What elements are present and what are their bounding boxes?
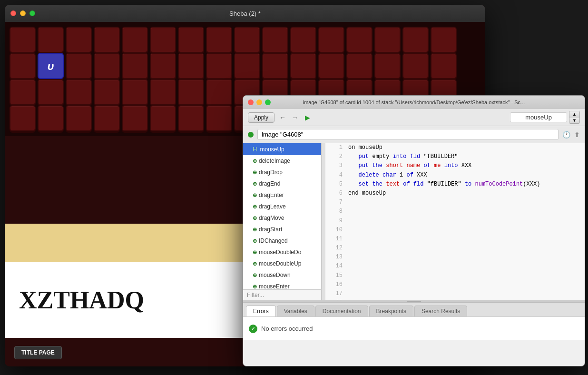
tile[interactable] <box>374 27 401 53</box>
editor-minimize-button[interactable] <box>256 99 262 105</box>
undo-icon[interactable]: ← <box>278 113 287 122</box>
tab-documentation[interactable]: Documentation <box>315 306 368 316</box>
tile[interactable] <box>10 105 36 131</box>
history-icon[interactable]: 🕐 <box>562 131 570 138</box>
tile[interactable] <box>150 27 176 53</box>
tile[interactable] <box>10 27 36 53</box>
title-page-button[interactable]: TITLE PAGE <box>14 346 62 359</box>
apply-button[interactable]: Apply <box>248 112 274 123</box>
tile[interactable] <box>374 53 401 79</box>
tab-errors[interactable]: Errors <box>246 306 276 316</box>
run-icon[interactable]: ▶ <box>303 113 312 122</box>
editor-maximize-button[interactable] <box>265 99 271 105</box>
event-list-scrollbar[interactable] <box>322 143 325 300</box>
event-item-deleteimage[interactable]: ⊕ deleteImage <box>243 155 321 167</box>
tile[interactable] <box>431 27 457 53</box>
tile[interactable] <box>10 79 36 105</box>
tile[interactable] <box>431 53 457 79</box>
tile[interactable] <box>318 53 344 79</box>
tile[interactable] <box>206 27 232 53</box>
event-item-idchanged[interactable]: ⊕ IDChanged <box>243 235 321 247</box>
tile[interactable] <box>10 53 36 79</box>
event-item-mousedoubledo[interactable]: ⊕ mouseDoubleDo <box>243 247 321 258</box>
code-line-12: 12 <box>325 244 585 253</box>
code-line-6: 6 end mouseUp <box>325 189 585 198</box>
tile[interactable] <box>150 53 176 79</box>
code-line-3: 3 put the short name of me into XXX <box>325 161 585 170</box>
tile[interactable] <box>38 27 64 53</box>
plus-icon: ⊕ <box>253 158 257 164</box>
tile-row-1 <box>10 27 480 53</box>
object-name-field[interactable] <box>257 129 559 140</box>
tab-variables[interactable]: Variables <box>277 306 314 316</box>
code-line-2: 2 put empty into fld "fBUILDER" <box>325 152 585 161</box>
active-tile[interactable]: υ <box>38 53 64 79</box>
editor-close-button[interactable] <box>248 99 254 105</box>
plus-icon: ⊕ <box>253 215 257 221</box>
tile[interactable] <box>318 27 344 53</box>
tile[interactable] <box>66 53 92 79</box>
tile[interactable] <box>150 79 176 105</box>
tile[interactable] <box>262 27 288 53</box>
event-item-mousedown[interactable]: ⊕ mouseDown <box>243 269 321 281</box>
tile[interactable] <box>122 105 148 131</box>
tile[interactable] <box>206 53 232 79</box>
tile[interactable] <box>122 53 148 79</box>
plus-icon: ⊕ <box>253 181 257 187</box>
event-item-dragend[interactable]: ⊕ dragEnd <box>243 178 321 189</box>
scroll-up-icon[interactable]: ⬆ <box>574 131 580 138</box>
event-item-dragleave[interactable]: ⊕ dragLeave <box>243 201 321 212</box>
editor-title: image "G4608" of card id 1004 of stack "… <box>303 99 525 105</box>
handler-stepper[interactable]: ▲ ▼ <box>569 111 580 124</box>
tile[interactable] <box>38 105 64 131</box>
event-item-dragdrop[interactable]: ⊕ dragDrop <box>243 167 321 178</box>
tile[interactable] <box>290 27 316 53</box>
event-item-mousedoubleup[interactable]: ⊕ mouseDoubleUp <box>243 258 321 269</box>
tile[interactable] <box>262 53 288 79</box>
event-item-mouseup[interactable]: H mouseUp <box>243 143 321 155</box>
tile[interactable] <box>402 27 429 53</box>
tile[interactable] <box>206 105 232 131</box>
tile[interactable] <box>122 27 148 53</box>
tile[interactable] <box>66 27 92 53</box>
tile[interactable] <box>94 79 120 105</box>
plus-icon: ⊕ <box>253 204 257 210</box>
tile[interactable] <box>94 27 120 53</box>
tile[interactable] <box>346 27 372 53</box>
plus-icon: ⊕ <box>253 249 257 256</box>
redo-icon[interactable]: → <box>291 113 299 122</box>
tab-breakpoints[interactable]: Breakpoints <box>369 306 413 316</box>
tile[interactable] <box>94 105 120 131</box>
handler-indicator: H <box>253 146 257 153</box>
tile[interactable] <box>150 105 176 131</box>
tile[interactable] <box>178 105 204 131</box>
tile[interactable] <box>402 53 429 79</box>
tile[interactable] <box>346 53 372 79</box>
minimize-button[interactable] <box>20 10 26 16</box>
tile[interactable] <box>38 79 64 105</box>
separator-handle[interactable] <box>407 301 421 302</box>
tile[interactable] <box>234 27 260 53</box>
tile[interactable] <box>178 53 204 79</box>
tile-row-2: υ <box>10 53 480 79</box>
filter-box: Filter... <box>243 289 321 300</box>
event-item-dragstart[interactable]: ⊕ dragStart <box>243 224 321 235</box>
tile[interactable] <box>66 105 92 131</box>
status-icon: ✓ <box>249 325 257 333</box>
tile[interactable] <box>290 53 316 79</box>
tile[interactable] <box>178 79 204 105</box>
tile[interactable] <box>234 53 260 79</box>
tile[interactable] <box>66 79 92 105</box>
code-editor[interactable]: 1 on mouseUp 2 put empty into fld "fBUIL… <box>325 143 585 300</box>
stepper-down[interactable]: ▼ <box>569 118 579 123</box>
tab-search-results[interactable]: Search Results <box>414 306 467 316</box>
stepper-up[interactable]: ▲ <box>569 111 579 118</box>
maximize-button[interactable] <box>29 10 35 16</box>
event-item-dragenter[interactable]: ⊕ dragEnter <box>243 189 321 201</box>
tile[interactable] <box>178 27 204 53</box>
tile[interactable] <box>206 79 232 105</box>
tile[interactable] <box>122 79 148 105</box>
close-button[interactable] <box>10 10 16 16</box>
tile[interactable] <box>94 53 120 79</box>
event-item-dragmove[interactable]: ⊕ dragMove <box>243 212 321 224</box>
